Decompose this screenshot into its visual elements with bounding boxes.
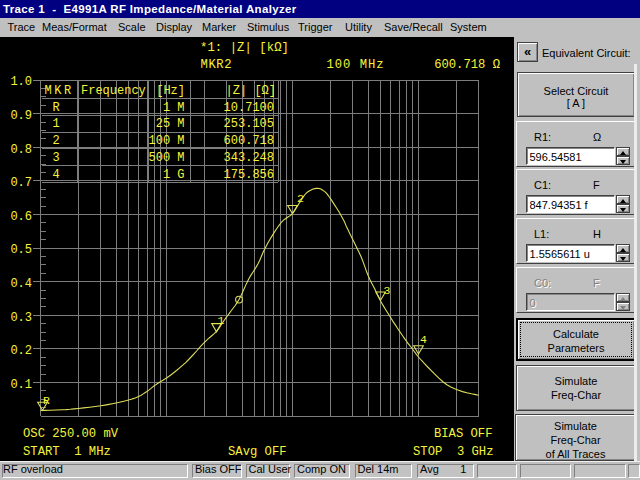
svg-text:R: R bbox=[43, 394, 50, 407]
svg-text:1 G: 1 G bbox=[163, 168, 185, 182]
svg-text:100 MHz: 100 MHz bbox=[326, 58, 384, 72]
svg-text:0.2: 0.2 bbox=[10, 344, 32, 358]
svg-text:BIAS OFF: BIAS OFF bbox=[434, 427, 493, 441]
svg-text:Frequency: Frequency bbox=[81, 84, 146, 98]
svg-text:STOP 3 GHz: STOP 3 GHz bbox=[413, 445, 493, 459]
svg-text:100 M: 100 M bbox=[148, 134, 184, 148]
svg-text:0.6: 0.6 bbox=[10, 210, 32, 224]
svg-text:R: R bbox=[52, 101, 59, 115]
svg-text:3: 3 bbox=[52, 151, 59, 165]
svg-text:4: 4 bbox=[420, 333, 427, 346]
svg-text:1.0: 1.0 bbox=[10, 75, 32, 89]
svg-text:1: 1 bbox=[218, 314, 225, 327]
svg-text:2: 2 bbox=[297, 192, 304, 205]
svg-text:|Z| [Ω]: |Z| [Ω] bbox=[226, 84, 276, 98]
svg-text:10.7100: 10.7100 bbox=[224, 101, 274, 115]
svg-text:0.3: 0.3 bbox=[10, 311, 32, 325]
svg-text:MKR: MKR bbox=[45, 84, 74, 98]
svg-text:175.856: 175.856 bbox=[224, 168, 274, 182]
svg-text:253.105: 253.105 bbox=[224, 117, 274, 131]
svg-text:0.4: 0.4 bbox=[10, 277, 32, 291]
svg-text:0.1: 0.1 bbox=[10, 378, 32, 392]
svg-text:1 M: 1 M bbox=[163, 101, 185, 115]
svg-text:4: 4 bbox=[52, 168, 59, 182]
svg-text:500 M: 500 M bbox=[148, 151, 184, 165]
svg-text:0.7: 0.7 bbox=[10, 176, 32, 190]
svg-text:MKR2: MKR2 bbox=[201, 58, 233, 72]
svg-text:25 M: 25 M bbox=[156, 117, 185, 131]
svg-text:OSC 250.00 mV: OSC 250.00 mV bbox=[23, 427, 119, 441]
svg-text:[Hz]: [Hz] bbox=[156, 84, 185, 98]
svg-text:1: 1 bbox=[52, 117, 59, 131]
svg-text:*1: |Z| [kΩ]: *1: |Z| [kΩ] bbox=[200, 41, 289, 55]
svg-text:343.248: 343.248 bbox=[224, 151, 274, 165]
svg-text:SAvg OFF: SAvg OFF bbox=[228, 445, 287, 459]
svg-text:2: 2 bbox=[52, 134, 59, 148]
svg-text:0.9: 0.9 bbox=[10, 109, 32, 123]
svg-text:600.718: 600.718 bbox=[224, 134, 274, 148]
svg-text:3: 3 bbox=[384, 284, 391, 297]
svg-text:0.5: 0.5 bbox=[10, 243, 32, 257]
svg-text:0.8: 0.8 bbox=[10, 143, 32, 157]
svg-text:600.718 Ω: 600.718 Ω bbox=[434, 58, 500, 72]
svg-text:START 1 MHz: START 1 MHz bbox=[23, 445, 111, 459]
